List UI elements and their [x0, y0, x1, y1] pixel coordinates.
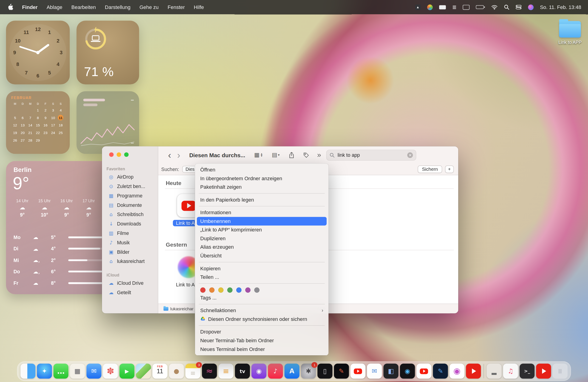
tag-color-purple[interactable] — [245, 288, 251, 293]
tag-color-green[interactable] — [227, 288, 232, 293]
dock-photos[interactable]: ✽ — [103, 364, 118, 379]
tag-color-red[interactable] — [200, 288, 206, 293]
menu-item-kopieren[interactable]: Kopieren — [197, 264, 327, 273]
dock-system-settings[interactable]: ✱1 — [301, 364, 316, 379]
menu-item-teilen[interactable]: Teilen ... — [197, 273, 327, 282]
dock-window-thumb[interactable]: ▂ — [486, 364, 502, 379]
sidebar-item-lukasreichart[interactable]: ⌂lukasreichart — [104, 257, 156, 266]
desktop-folder-link-to-app[interactable]: Link to APP — [553, 21, 587, 45]
dock-music-thumb[interactable]: ♫ — [503, 364, 518, 379]
sidebar-item-schreibtisch[interactable]: ⌂Schreibtisch — [104, 210, 156, 219]
clear-search-icon[interactable]: ✕ — [407, 152, 413, 158]
minimize-button[interactable] — [117, 152, 121, 157]
dock-music[interactable]: ♪ — [268, 364, 283, 379]
sidebar-item-programme[interactable]: ▦Programme — [104, 191, 156, 201]
bird-app-menu-icon[interactable] — [427, 4, 433, 10]
search-field[interactable]: ✕ — [326, 150, 417, 160]
menu-item-dropover[interactable]: Dropover — [197, 328, 327, 336]
menubar-menu-bearbeiten[interactable]: Bearbeiten — [67, 4, 100, 10]
sidebar-item-musik[interactable]: ♪Musik — [104, 238, 156, 247]
dock-messages[interactable]: … — [54, 364, 68, 379]
menu-item-umbenennen[interactable]: Umbenennen — [197, 217, 327, 226]
menubar-menu-hilfe[interactable]: Hilfe — [189, 4, 208, 10]
add-criteria-button[interactable]: + — [445, 165, 454, 173]
menu-item-schnellaktionen[interactable]: Schnellaktionen› — [197, 306, 327, 315]
sidebar-item-downloads[interactable]: ↓Downloads — [104, 219, 156, 228]
dock-apple-tv[interactable]: tv — [235, 364, 250, 379]
dock-calendar[interactable]: FEB11 — [152, 364, 168, 379]
close-button[interactable] — [109, 152, 114, 157]
stack-icon[interactable]: ≣ — [452, 5, 456, 10]
back-button[interactable]: ‹ — [165, 150, 174, 160]
dock-pencil-app[interactable]: ✎ — [433, 364, 448, 379]
tag-color-blue[interactable] — [236, 288, 242, 293]
clock-widget[interactable]: 121234567891011 — [6, 21, 70, 85]
menu-item-in-den-papierkorb-legen[interactable]: In den Papierkorb legen — [197, 196, 327, 204]
dock-maps[interactable] — [136, 364, 151, 379]
siri-icon[interactable] — [528, 4, 534, 10]
dock-notes[interactable]: ≡3 — [185, 364, 200, 379]
spotlight-icon[interactable] — [504, 5, 509, 10]
menu-item-informationen[interactable]: Informationen — [197, 208, 327, 217]
sidebar-item-geteilt[interactable]: ☁Geteilt — [104, 288, 156, 297]
dock-youtube-3[interactable] — [466, 364, 481, 379]
dock-color-app[interactable]: ◉ — [449, 364, 464, 379]
dock-mail[interactable]: ✉ — [86, 364, 101, 379]
zoom-button[interactable] — [124, 152, 129, 157]
dock-screen-app[interactable]: ◉ — [400, 364, 415, 379]
dock-youtube-thumb[interactable] — [536, 364, 551, 379]
dock-facetime[interactable]: ▶ — [119, 364, 134, 379]
battery-widget[interactable]: 71 % — [77, 21, 139, 85]
path-item-lukasreichar[interactable]: lukasreichar — [164, 306, 194, 311]
menu-item-neues-terminal-beim-ordner[interactable]: Neues Terminal beim Ordner — [197, 345, 327, 354]
dock-contacts[interactable]: ● — [169, 364, 184, 379]
menu-item-paketinhalt-zeigen[interactable]: Paketinhalt zeigen — [197, 183, 327, 191]
dock-podcasts[interactable]: ◉ — [252, 364, 266, 379]
dock-design-app[interactable]: ✎ — [334, 364, 349, 379]
sidebar-item-zuletzt-ben[interactable]: ⊙Zuletzt ben... — [104, 181, 156, 191]
forward-button[interactable]: › — [174, 150, 183, 160]
dock-safari[interactable]: ✦ — [37, 364, 52, 379]
dock-launchpad[interactable]: ▦ — [70, 364, 85, 379]
display-icon[interactable] — [463, 5, 469, 9]
dock-finder[interactable] — [21, 364, 35, 379]
battery-icon[interactable] — [476, 5, 485, 9]
wifi-icon[interactable] — [491, 5, 498, 9]
dock-mimestream[interactable]: ✉ — [367, 364, 382, 379]
dock-youtube-2[interactable] — [417, 364, 431, 379]
dock-trash[interactable] — [553, 364, 567, 379]
keyboard-icon[interactable] — [439, 5, 446, 9]
tag-color-yellow[interactable] — [218, 288, 224, 293]
save-search-button[interactable]: Sichern — [418, 165, 442, 173]
activity-widget[interactable]: – – — [77, 91, 139, 154]
menubar-menu-fenster[interactable]: Fenster — [163, 4, 189, 10]
sidebar-item-airdrop[interactable]: ◎AirDrop — [104, 172, 156, 181]
menubar-menu-finder[interactable]: Finder — [18, 4, 42, 10]
dock-waveform-app[interactable]: ≈ — [202, 364, 217, 379]
menu-item-duplizieren[interactable]: Duplizieren — [197, 234, 327, 243]
sidebar-item-dokumente[interactable]: ▤Dokumente — [104, 201, 156, 210]
control-center-icon[interactable] — [516, 5, 522, 9]
search-input[interactable] — [337, 152, 405, 158]
sidebar-item-icloud-drive[interactable]: ☁iCloud Drive — [104, 278, 156, 288]
menu-item-in-übergeordnetem-ordner-anzeigen[interactable]: In übergeordnetem Ordner anzeigen — [197, 174, 327, 183]
tag-color-orange[interactable] — [209, 288, 214, 293]
view-switcher-icon[interactable]: ▦▲▼ — [254, 152, 263, 158]
menu-item-öffnen[interactable]: Öffnen — [197, 165, 327, 174]
toolbar-overflow-icon[interactable]: » — [317, 151, 321, 159]
menu-item-diesen-ordner-synchronisieren-oder-sichern[interactable]: Diesen Ordner synchronisieren oder siche… — [197, 315, 327, 324]
share-icon[interactable] — [289, 152, 294, 158]
sidebar-item-filme[interactable]: ▥Filme — [104, 228, 156, 238]
dock-utility-app[interactable]: ◧ — [383, 364, 398, 379]
menu-item-link-to-app-komprimieren[interactable]: „Link to APP“ komprimieren — [197, 225, 327, 234]
dock-app-store[interactable]: A — [284, 364, 299, 379]
menu-item-neuer-terminal-tab-beim-ordner[interactable]: Neuer Terminal-Tab beim Ordner — [197, 336, 327, 345]
dock-iphone-mirroring[interactable]: ▯ — [317, 364, 332, 379]
menu-item-tags[interactable]: Tags ... — [197, 293, 327, 302]
menubar-menu-gehe-zu[interactable]: Gehe zu — [135, 4, 163, 10]
dock-youtube[interactable] — [351, 364, 365, 379]
extra-app-menu-icon[interactable]: ▲ — [415, 4, 420, 10]
menu-item-alias-erzeugen[interactable]: Alias erzeugen — [197, 243, 327, 251]
dock-reminders[interactable]: ≡ — [218, 364, 233, 379]
tag-color-gray[interactable] — [254, 288, 260, 293]
